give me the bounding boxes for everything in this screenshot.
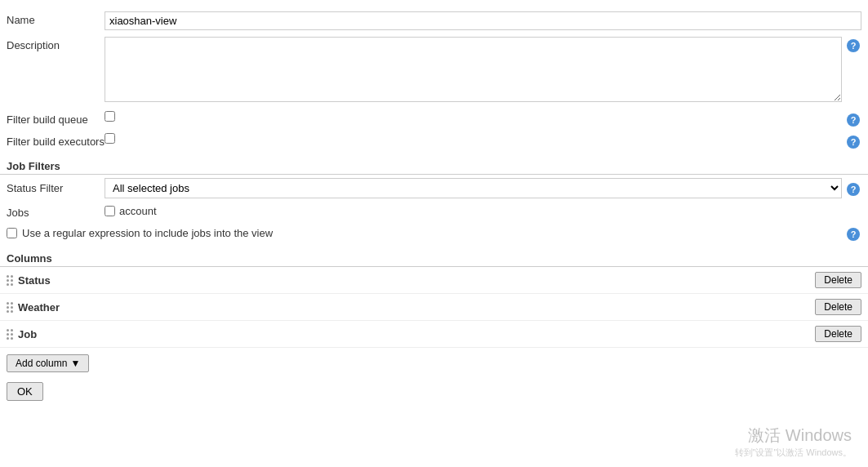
drag-dot: [11, 279, 13, 282]
drag-dot-row: [7, 306, 13, 309]
drag-dot: [11, 283, 13, 286]
drag-dot-row: [7, 302, 13, 305]
jobs-label: Jobs: [7, 205, 105, 219]
drag-dot-row: [7, 279, 13, 282]
drag-dots: [7, 275, 13, 286]
add-column-chevron-icon: ▼: [70, 358, 80, 369]
drag-handle-weather[interactable]: [7, 302, 13, 313]
regex-help: ?: [845, 225, 861, 241]
drag-dot-row: [7, 275, 13, 278]
column-row-status: Status Delete: [0, 267, 868, 294]
drag-dot-row: [7, 310, 13, 313]
filter-executors-control: [105, 133, 842, 144]
add-column-button[interactable]: Add column ▼: [7, 354, 89, 372]
column-row-job: Job Delete: [0, 321, 868, 348]
drag-dot: [7, 275, 9, 278]
columns-heading: Columns: [0, 249, 868, 267]
drag-dot-row: [7, 283, 13, 286]
drag-dot: [11, 306, 13, 309]
drag-dot: [7, 333, 9, 336]
filter-queue-label: Filter build queue: [7, 111, 105, 126]
drag-dot: [11, 310, 13, 313]
bottom-actions: Add column ▼ OK: [0, 348, 868, 407]
drag-handle-status[interactable]: [7, 275, 13, 286]
ok-button[interactable]: OK: [7, 382, 43, 401]
job-filters-section: Status Filter All selected jobs All jobs…: [0, 175, 868, 244]
description-control: [105, 37, 842, 105]
name-control: [105, 11, 861, 30]
status-filter-help: ?: [845, 180, 861, 196]
delete-status-button[interactable]: Delete: [815, 272, 861, 288]
filter-queue-checkbox[interactable]: [105, 111, 115, 122]
filter-queue-control: [105, 111, 842, 122]
main-form: Name Description ? Filter build queue ? …: [0, 0, 868, 467]
filter-executors-help-button[interactable]: ?: [847, 136, 860, 149]
account-checkbox[interactable]: [105, 206, 115, 216]
regex-help-button[interactable]: ?: [847, 228, 860, 241]
description-row: Description ?: [0, 33, 868, 108]
status-filter-row: Status Filter All selected jobs All jobs…: [0, 175, 868, 202]
drag-dot: [7, 302, 9, 305]
delete-job-button[interactable]: Delete: [815, 326, 861, 342]
drag-dot-row: [7, 333, 13, 336]
column-row-weather: Weather Delete: [0, 294, 868, 321]
list-item: account: [105, 205, 861, 217]
drag-dots: [7, 329, 13, 340]
drag-dot: [7, 306, 9, 309]
name-input[interactable]: [105, 11, 861, 30]
column-name-job: Job: [18, 328, 815, 340]
description-label: Description: [7, 37, 105, 51]
jobs-row: Jobs account: [0, 202, 868, 222]
column-name-weather: Weather: [18, 301, 815, 314]
filter-executors-label: Filter build executors: [7, 133, 105, 148]
drag-dot: [11, 275, 13, 278]
description-help: ?: [845, 37, 861, 52]
drag-handle-job[interactable]: [7, 329, 13, 340]
regex-checkbox[interactable]: [7, 228, 17, 238]
drag-dots: [7, 302, 13, 313]
drag-dot: [7, 283, 9, 286]
regex-label: Use a regular expression to include jobs…: [22, 227, 273, 239]
filter-executors-help: ?: [845, 133, 861, 149]
drag-dot-row: [7, 337, 13, 340]
columns-section: Columns: [0, 249, 868, 348]
jobs-list: account: [105, 205, 861, 219]
drag-dot: [7, 337, 9, 340]
drag-dot: [11, 302, 13, 305]
drag-dot-row: [7, 329, 13, 331]
account-label: account: [119, 205, 157, 217]
filter-queue-help-button[interactable]: ?: [847, 113, 860, 127]
drag-dot: [11, 337, 13, 340]
description-help-button[interactable]: ?: [847, 39, 860, 52]
delete-weather-button[interactable]: Delete: [815, 299, 861, 315]
filter-executors-row: Filter build executors ?: [0, 130, 868, 152]
status-filter-label: Status Filter: [7, 182, 105, 194]
add-column-row: Add column ▼: [7, 354, 861, 372]
drag-dot: [11, 333, 13, 336]
name-row: Name: [0, 8, 868, 33]
filter-executors-checkbox[interactable]: [105, 133, 115, 144]
regex-row: Use a regular expression to include jobs…: [0, 222, 868, 244]
ok-row: OK: [7, 377, 861, 401]
column-name-status: Status: [18, 274, 815, 287]
description-input[interactable]: [105, 37, 842, 102]
drag-dot: [7, 329, 9, 331]
drag-dot: [7, 310, 9, 313]
name-label: Name: [7, 11, 105, 26]
drag-dot: [11, 329, 13, 331]
drag-dot: [7, 279, 9, 282]
job-filters-heading: Job Filters: [0, 157, 868, 175]
status-filter-help-button[interactable]: ?: [847, 183, 860, 196]
status-filter-select[interactable]: All selected jobs All jobs: [105, 178, 842, 198]
filter-queue-help: ?: [845, 111, 861, 127]
add-column-label: Add column: [16, 358, 67, 369]
filter-queue-row: Filter build queue ?: [0, 108, 868, 130]
